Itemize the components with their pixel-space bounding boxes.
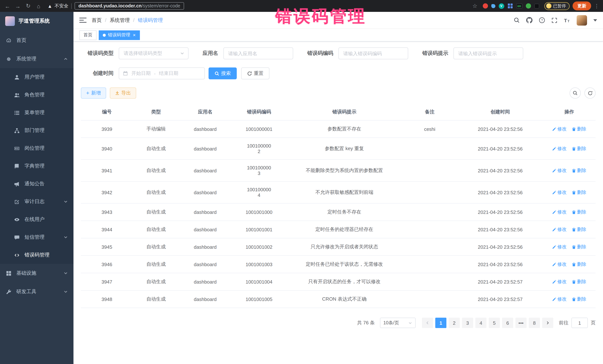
search-toggle-button[interactable] [570, 88, 581, 99]
sidebar-item-短信管理[interactable]: 短信管理 [0, 228, 73, 246]
tool-icon [6, 289, 12, 295]
cell-code: 100100000 4 [231, 181, 287, 203]
edit-link[interactable]: 修改 [552, 189, 567, 196]
sidebar-menu: 首页 系统管理 用户管理角色管理菜单管理部门管理岗位管理字典管理通知公告审计日志… [0, 30, 73, 364]
sidebar-item-home[interactable]: 首页 [0, 31, 73, 50]
delete-link[interactable]: 删除 [572, 261, 586, 267]
date-range-picker[interactable]: 开始日期 - 结束日期 [119, 67, 205, 79]
bookmark-star-icon[interactable]: ☆ [472, 3, 477, 9]
extension-grid-icon[interactable] [508, 3, 513, 9]
extension-puzzle-icon[interactable] [534, 3, 539, 8]
caret-down-icon[interactable] [593, 19, 597, 21]
edit-link[interactable]: 修改 [552, 126, 567, 132]
site-security-chip[interactable]: ▲ 不安全 [47, 3, 69, 9]
tab-error-code[interactable]: 错误码管理 × [99, 30, 140, 40]
page-button-8[interactable]: 8 [529, 318, 540, 328]
update-button[interactable]: 更新 [573, 1, 591, 10]
sidebar-item-审计日志[interactable]: 审计日志 [0, 193, 73, 210]
sidebar-item-研发工具[interactable]: 研发工具 [0, 282, 73, 301]
delete-link[interactable]: 删除 [572, 145, 586, 152]
delete-link[interactable]: 删除 [572, 296, 586, 302]
sidebar-item-用户管理[interactable]: 用户管理 [0, 68, 73, 86]
extension-v-icon[interactable]: V [499, 3, 504, 9]
delete-link[interactable]: 删除 [572, 209, 586, 215]
help-icon[interactable]: ? [539, 17, 545, 23]
page-ellipsis[interactable]: ••• [515, 318, 527, 328]
search-button[interactable]: 搜索 [209, 67, 237, 79]
sidebar-item-岗位管理[interactable]: 岗位管理 [0, 139, 73, 157]
fullscreen-icon[interactable] [551, 17, 557, 23]
page-size-select[interactable]: 10条/页 [380, 318, 416, 328]
page-button-4[interactable]: 4 [475, 318, 487, 328]
sidebar-item-在线用户[interactable]: 在线用户 [0, 210, 73, 228]
add-button[interactable]: + 新增 [81, 88, 106, 99]
home-icon[interactable]: ⌂ [35, 3, 42, 9]
url-bar[interactable]: dashboard.yudao.iocoder.cn/system/error-… [75, 2, 184, 10]
edit-link[interactable]: 修改 [552, 261, 567, 267]
error-type-select[interactable]: 请选择错误码类型 [119, 47, 188, 59]
sidebar-item-system[interactable]: 系统管理 [0, 50, 73, 68]
page-button-6[interactable]: 6 [502, 318, 513, 328]
reload-icon[interactable]: ↻ [24, 3, 32, 9]
sidebar-item-错误码管理[interactable]: 错误码管理 [0, 246, 73, 264]
hamburger-icon[interactable] [79, 17, 86, 23]
sidebar-item-部门管理[interactable]: 部门管理 [0, 121, 73, 139]
sidebar-item-基础设施[interactable]: 基础设施 [0, 264, 73, 282]
app-name-input[interactable] [223, 47, 293, 59]
sidebar-item-菜单管理[interactable]: 菜单管理 [0, 104, 73, 121]
edit-link[interactable]: 修改 [552, 278, 567, 285]
goto-page-input[interactable] [571, 318, 588, 328]
delete-link[interactable]: 删除 [572, 167, 586, 174]
sidebar-item-字典管理[interactable]: 字典管理 [0, 157, 73, 175]
edit-link[interactable]: 修改 [552, 226, 567, 232]
page-button-1[interactable]: 1 [435, 318, 446, 328]
forward-icon[interactable]: → [14, 3, 22, 9]
edit-link[interactable]: 修改 [552, 209, 567, 215]
delete-link[interactable]: 删除 [572, 244, 586, 250]
edit-link[interactable]: 修改 [552, 296, 567, 302]
edit-link[interactable]: 修改 [552, 244, 567, 250]
delete-link[interactable]: 删除 [572, 189, 586, 196]
extension-red-icon[interactable] [483, 3, 488, 9]
browser-menu-icon[interactable]: ⋮ [594, 3, 599, 9]
github-icon[interactable] [526, 17, 533, 23]
breadcrumb-home[interactable]: 首页 [92, 17, 102, 23]
error-code-input[interactable] [338, 47, 408, 59]
edit-pencil-icon [552, 168, 556, 173]
col-created: 创建时间 [458, 104, 543, 120]
extension-vpn-icon[interactable]: on [516, 3, 522, 9]
reset-button[interactable]: 重置 [241, 67, 269, 79]
refresh-button[interactable] [584, 88, 596, 99]
prev-page-button[interactable] [422, 318, 433, 328]
breadcrumb-system[interactable]: 系统管理 [110, 17, 130, 23]
extension-blue-icon[interactable] [491, 4, 495, 8]
user-avatar[interactable] [577, 15, 587, 25]
close-icon[interactable]: × [133, 33, 136, 37]
app-logo[interactable]: 芋道管理系统 [0, 12, 73, 30]
table-row: 3946自动生成dashboard1001001003定时任务已经处于该状态，无… [81, 255, 596, 273]
extension-green-icon[interactable] [526, 3, 531, 9]
col-code: 错误码编码 [231, 104, 287, 120]
cell-hint: 定时任务的处理器已经存在 [287, 221, 402, 238]
edit-link[interactable]: 修改 [552, 145, 567, 152]
delete-link[interactable]: 删除 [572, 226, 586, 232]
tab-home[interactable]: 首页 [79, 30, 96, 40]
page-button-5[interactable]: 5 [489, 318, 500, 328]
sidebar-item-通知公告[interactable]: 通知公告 [0, 175, 73, 193]
browser-profile-badge[interactable]: 已暂停 [544, 2, 570, 10]
delete-link[interactable]: 删除 [572, 126, 586, 132]
delete-link[interactable]: 删除 [572, 278, 586, 285]
export-button[interactable]: 导出 [110, 88, 136, 99]
col-type: 类型 [133, 104, 179, 120]
sidebar-item-角色管理[interactable]: 角色管理 [0, 86, 73, 104]
cell-type: 自动生成 [133, 273, 179, 290]
back-icon[interactable]: ← [4, 3, 11, 9]
font-size-icon[interactable]: TT [564, 17, 570, 23]
chevron-down-icon [63, 271, 68, 276]
search-icon[interactable] [514, 17, 520, 23]
page-button-2[interactable]: 2 [449, 318, 460, 328]
error-hint-input[interactable] [453, 47, 523, 59]
next-page-button[interactable] [542, 318, 553, 328]
edit-link[interactable]: 修改 [552, 167, 567, 174]
page-button-3[interactable]: 3 [462, 318, 473, 328]
